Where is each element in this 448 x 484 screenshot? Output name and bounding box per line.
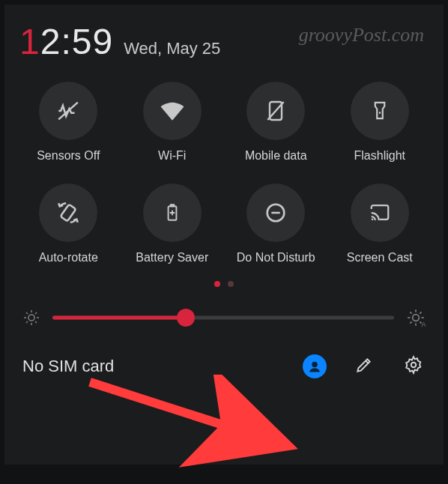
svg-point-12 <box>28 315 34 321</box>
page-indicator <box>16 281 432 287</box>
wifi-icon <box>143 82 202 140</box>
svg-rect-6 <box>171 205 174 206</box>
tile-auto-rotate[interactable]: Auto-rotate <box>18 184 119 264</box>
tile-wifi[interactable]: Wi-Fi <box>122 82 223 163</box>
gear-icon <box>404 355 423 378</box>
svg-line-32 <box>366 361 368 363</box>
tile-flashlight[interactable]: Flashlight <box>330 82 431 163</box>
pencil-icon <box>354 355 374 378</box>
brightness-slider[interactable] <box>52 310 394 325</box>
svg-line-29 <box>420 312 421 313</box>
tile-sensors-off[interactable]: Sensors Off <box>18 82 119 163</box>
user-switcher-button[interactable] <box>301 353 328 380</box>
svg-text:A: A <box>422 321 426 327</box>
brightness-row: A <box>22 308 426 327</box>
slider-thumb[interactable] <box>177 309 195 327</box>
clock[interactable]: 12:59 <box>19 21 113 62</box>
do-not-disturb-icon <box>246 184 305 242</box>
svg-line-28 <box>410 321 411 323</box>
sim-status: No SIM card <box>22 357 279 376</box>
footer-row: No SIM card <box>22 353 427 380</box>
tile-label: Battery Saver <box>136 251 208 264</box>
tile-label: Auto-rotate <box>39 251 98 264</box>
svg-rect-4 <box>61 205 76 222</box>
flashlight-icon <box>351 82 409 140</box>
auto-rotate-icon <box>39 184 97 242</box>
page-dot-active <box>214 281 220 287</box>
tile-label: Screen Cast <box>347 251 413 264</box>
battery-saver-icon <box>143 184 202 242</box>
settings-button[interactable] <box>400 353 427 380</box>
page-dot <box>228 281 234 287</box>
brightness-auto-icon[interactable]: A <box>406 308 426 327</box>
date-label[interactable]: Wed, May 25 <box>124 39 220 58</box>
tile-mobile-data[interactable]: Mobile data <box>225 82 327 163</box>
quick-settings-grid: Sensors Off Wi-Fi Mobile data <box>18 82 430 264</box>
edit-tiles-button[interactable] <box>351 353 378 380</box>
svg-line-19 <box>26 321 28 323</box>
tile-label: Mobile data <box>245 149 307 163</box>
tile-label: Flashlight <box>354 149 405 163</box>
tile-do-not-disturb[interactable]: Do Not Disturb <box>225 184 327 264</box>
mobile-data-icon <box>246 82 305 140</box>
svg-point-33 <box>411 363 417 368</box>
svg-point-11 <box>372 219 374 221</box>
sensors-off-icon <box>39 82 97 140</box>
svg-line-18 <box>35 321 37 323</box>
svg-line-20 <box>35 312 37 314</box>
tile-label: Wi-Fi <box>158 149 186 163</box>
tile-battery-saver[interactable]: Battery Saver <box>122 184 223 264</box>
tile-label: Do Not Disturb <box>237 251 315 264</box>
header: 12:59 Wed, May 25 <box>19 21 432 62</box>
tile-screen-cast[interactable]: Screen Cast <box>330 184 431 264</box>
brightness-low-icon <box>22 309 40 327</box>
clock-remainder: 2:59 <box>40 22 113 61</box>
svg-line-26 <box>410 312 411 313</box>
slider-fill <box>52 316 186 320</box>
notification-panel: groovyPost.com 12:59 Wed, May 25 Sensors… <box>4 4 444 465</box>
svg-point-21 <box>413 315 420 321</box>
clock-leading-digit: 1 <box>19 22 40 61</box>
avatar-icon <box>303 354 327 378</box>
screen-cast-icon <box>351 184 409 242</box>
tile-label: Sensors Off <box>37 149 100 163</box>
svg-line-17 <box>26 312 28 314</box>
svg-point-31 <box>312 362 318 368</box>
